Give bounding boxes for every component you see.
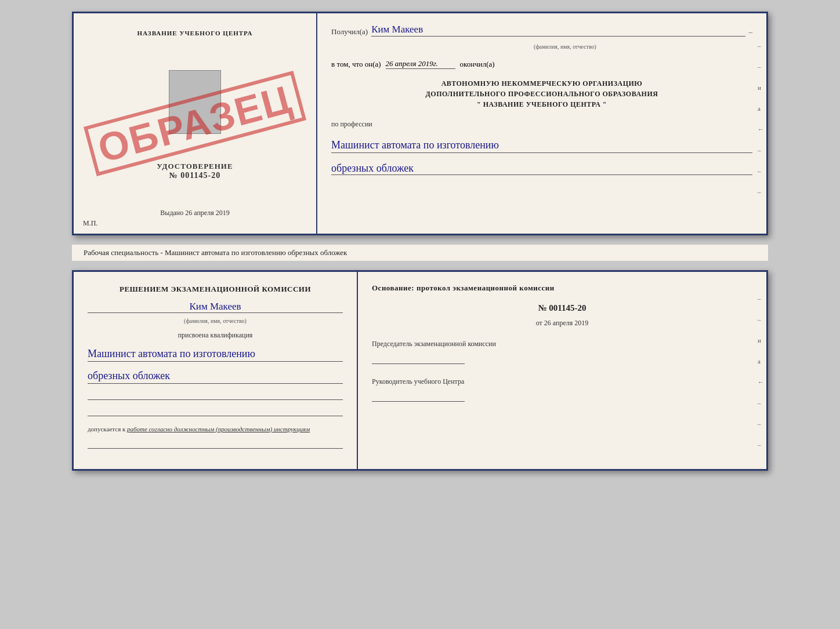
ot-label: от (536, 319, 542, 327)
dash-right: – (749, 27, 753, 37)
udostoverenie-label: УДОСТОВЕРЕНИЕ (157, 162, 233, 171)
udostoverenie-number: № 001145-20 (157, 171, 233, 180)
dash-4: а (758, 105, 764, 112)
fio-sub-bottom: (фамилия, имя, отчество) (88, 318, 343, 324)
certificate-left: НАЗВАНИЕ УЧЕБНОГО ЦЕНТРА УДОСТОВЕРЕНИЕ №… (74, 13, 317, 234)
ot-date: от 26 апреля 2019 (372, 319, 752, 328)
udostoverenie-box: УДОСТОВЕРЕНИЕ № 001145-20 (157, 162, 233, 180)
document-container: НАЗВАНИЕ УЧЕБНОГО ЦЕНТРА УДОСТОВЕРЕНИЕ №… (72, 12, 768, 471)
po-professii-label: по профессии (331, 120, 752, 129)
bdash-3: и (758, 337, 764, 344)
side-dashes-bottom: – – и а ← – – – (758, 295, 764, 448)
mp-label: М.П. (83, 219, 97, 228)
certificate-right: Получил(а) Ким Макеев – (фамилия, имя, о… (317, 13, 766, 234)
bdash-6: – (758, 399, 764, 406)
qualification-line1: Машинист автомата по изготовлению (88, 347, 343, 362)
dash-8: – (758, 188, 764, 195)
dash-5: ← (758, 126, 764, 133)
bottom-document: Решением экзаменационной комиссии Ким Ма… (72, 270, 768, 471)
bottom-right: Основание: протокол экзаменационной коми… (358, 272, 766, 469)
dash-2: – (758, 63, 764, 70)
poluchil-name: Ким Макеев (371, 24, 745, 37)
school-title-left: НАЗВАНИЕ УЧЕБНОГО ЦЕНТРА (137, 30, 253, 37)
vydano-label: Выдано (160, 209, 183, 217)
osnovanie-text: Основание: протокол экзаменационной коми… (372, 283, 752, 293)
vtom-label: в том, что он(а) (331, 60, 381, 69)
org-block: АВТОНОМНУЮ НЕКОММЕРЧЕСКУЮ ОРГАНИЗАЦИЮ ДО… (331, 78, 752, 110)
photo-placeholder (169, 70, 221, 134)
dash-6: – (758, 147, 764, 154)
bdash-5: ← (758, 379, 764, 386)
bdash-1: – (758, 295, 764, 302)
ot-date-value: 26 апреля 2019 (544, 319, 588, 327)
name-cursive-bottom: Ким Макеев (88, 301, 343, 313)
middle-label: Рабочая специальность - Машинист автомат… (72, 245, 768, 261)
poluchil-label: Получил(а) (331, 27, 368, 37)
predsedatel-sign-line (372, 352, 465, 364)
dash-1: – (758, 42, 764, 49)
decision-text: Решением экзаменационной комиссии (88, 283, 343, 295)
bdash-2: – (758, 316, 764, 323)
bdash-7: – (758, 420, 764, 427)
rukovoditel-label: Руководитель учебного Центра (372, 377, 752, 387)
bottom-left: Решением экзаменационной комиссии Ким Ма… (74, 272, 358, 469)
rukovoditel-block: Руководитель учебного Центра (372, 377, 752, 402)
dopuskaetsya-prefix: допускается к (88, 426, 125, 432)
blank-line-3 (88, 439, 343, 449)
profession-line1: Машинист автомата по изготовлению (331, 138, 752, 153)
dopuskaetsya-italic: работе согласно должностным (производств… (127, 426, 310, 432)
predsedatel-label: Председатель экзаменационной комиссии (372, 339, 752, 349)
poluchil-row: Получил(а) Ким Макеев – (331, 24, 752, 37)
bdash-4: а (758, 358, 764, 365)
org-line1: АВТОНОМНУЮ НЕКОММЕРЧЕСКУЮ ОРГАНИЗАЦИЮ (331, 78, 752, 89)
blank-line-2 (88, 407, 343, 416)
protocol-num: № 001145-20 (372, 303, 752, 313)
predsedatel-block: Председатель экзаменационной комиссии (372, 339, 752, 364)
top-document: НАЗВАНИЕ УЧЕБНОГО ЦЕНТРА УДОСТОВЕРЕНИЕ №… (72, 12, 768, 235)
qualification-line2: обрезных обложек (88, 369, 343, 384)
vtom-row: в том, что он(а) 26 апреля 2019г. окончи… (331, 59, 752, 69)
bdash-8: – (758, 441, 764, 448)
dash-3: и (758, 84, 764, 91)
blank-line-1 (88, 391, 343, 400)
profession-line2: обрезных обложек (331, 162, 752, 175)
vydano-line: Выдано 26 апреля 2019 (160, 209, 229, 222)
side-dashes-top: – – и а ← – – – (758, 42, 764, 195)
vydano-date: 26 апреля 2019 (185, 209, 229, 217)
vtom-date: 26 апреля 2019г. (386, 59, 455, 69)
dash-7: – (758, 168, 764, 174)
org-name: " НАЗВАНИЕ УЧЕБНОГО ЦЕНТРА " (331, 99, 752, 110)
org-line2: ДОПОЛНИТЕЛЬНОГО ПРОФЕССИОНАЛЬНОГО ОБРАЗО… (331, 89, 752, 99)
fio-subtitle-top: (фамилия, имя, отчество) (378, 43, 752, 50)
okonchil-label: окончил(а) (460, 60, 495, 69)
prisvoena-text: присвоена квалификация (88, 331, 343, 340)
dopuskaetsya-text: допускается к работе согласно должностны… (88, 426, 343, 432)
rukovoditel-sign-line (372, 390, 465, 402)
